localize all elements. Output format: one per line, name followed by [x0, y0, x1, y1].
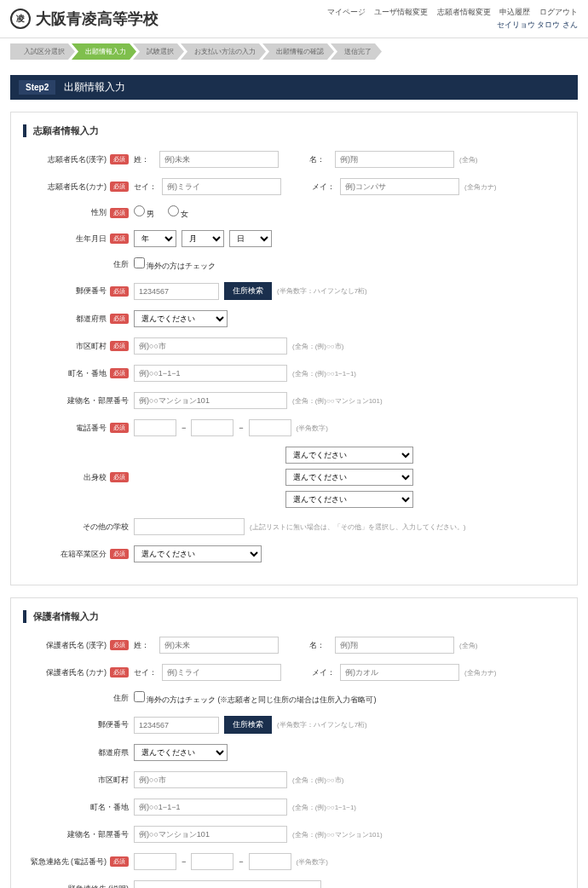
required-badge: 必須	[110, 368, 129, 378]
step-5: 出願情報の確認	[262, 43, 334, 60]
g-sei-input[interactable]	[159, 637, 279, 654]
g-tel2-input[interactable]	[191, 853, 233, 870]
zip-input[interactable]	[134, 283, 219, 300]
other-school-input[interactable]	[134, 518, 245, 535]
town-input[interactable]	[134, 365, 287, 382]
guardian-panel-title: 保護者情報入力	[23, 610, 565, 623]
enrollment-label: 在籍卒業区分	[61, 549, 107, 560]
zip-search-button[interactable]: 住所検索	[224, 282, 272, 300]
g-pref-label: 都道府県	[98, 747, 129, 758]
step-2: 出願情報入力	[72, 43, 136, 60]
required-badge: 必須	[110, 856, 129, 867]
g-building-input[interactable]	[134, 826, 287, 843]
g-name-kana-label: 保護者氏名 (カナ)	[46, 667, 107, 678]
mei-input[interactable]	[335, 151, 454, 168]
guardian-panel: 保護者情報入力 保護者氏名 (漢字)必須 姓： 名： (全角) 保護者氏名 (カ…	[10, 597, 578, 888]
building-label: 建物名・部屋番号	[67, 395, 129, 407]
required-badge: 必須	[110, 472, 129, 482]
gender-male-radio[interactable]	[134, 205, 145, 216]
required-badge: 必須	[110, 234, 129, 244]
other-school-hint: (上記リストに無い場合は、「その他」を選択し、入力してください。)	[250, 522, 465, 532]
other-school-label: その他の学校	[83, 522, 129, 533]
g-overseas-checkbox[interactable]	[134, 691, 145, 702]
step-header: Step2 出願情報入力	[10, 75, 578, 100]
g-pref-select[interactable]: 選んでください	[134, 744, 228, 761]
applicant-panel: 志願者情報入力 志願者氏名(漢字)必須 姓： 名： (全角) 志願者氏名(カナ)…	[10, 112, 578, 585]
zip-hint: (半角数字：ハイフンなし7桁)	[277, 286, 367, 296]
g-addr-label: 住所	[113, 693, 129, 704]
nav-history[interactable]: 申込履歴	[499, 8, 530, 16]
nav-mypage[interactable]: マイページ	[327, 8, 366, 16]
step-progress: 入試区分選択 出願情報入力 試験選択 お支払い方法の入力 出願情報の確認 送信完…	[0, 38, 588, 65]
tel-hint: (半角数字)	[297, 424, 328, 433]
pref-select[interactable]: 選んでください	[134, 310, 228, 327]
applicant-panel-title: 志願者情報入力	[23, 124, 565, 137]
city-input[interactable]	[134, 337, 287, 355]
required-badge: 必須	[110, 549, 129, 559]
tel1-input[interactable]	[134, 419, 176, 436]
sei-input[interactable]	[159, 151, 279, 168]
overseas-checkbox[interactable]	[134, 257, 145, 268]
g-mei-kana-input[interactable]	[340, 664, 459, 681]
g-sei-kana-input[interactable]	[162, 664, 281, 681]
g-desc-label: 緊急連絡先 (説明)	[68, 884, 130, 889]
addr-label: 住所	[113, 259, 129, 270]
name-kanji-label: 志願者氏名(漢字)	[48, 154, 107, 165]
gender-label: 性別	[91, 207, 107, 218]
step-6: 送信完了	[331, 43, 382, 60]
step-title: 出願情報入力	[64, 80, 125, 95]
school-logo-icon: 凌	[10, 9, 31, 29]
required-badge: 必須	[110, 286, 129, 297]
zip-label: 郵便番号	[76, 285, 107, 297]
nav-logout[interactable]: ログアウト	[539, 8, 578, 16]
tel2-input[interactable]	[191, 419, 233, 436]
enrollment-select[interactable]: 選んでください	[134, 545, 262, 562]
mei-kana-input[interactable]	[340, 178, 459, 195]
required-badge: 必須	[110, 208, 129, 218]
school-select-2[interactable]: 選んでください	[285, 469, 413, 486]
birth-label: 生年月日	[76, 234, 107, 245]
g-zip-input[interactable]	[134, 717, 219, 734]
g-tel1-input[interactable]	[134, 853, 176, 870]
birth-day-select[interactable]: 日	[229, 230, 272, 247]
step-number: Step2	[19, 80, 55, 95]
school-name: 大阪青凌高等学校	[36, 9, 159, 29]
kana-hint: (全角カナ)	[464, 182, 496, 192]
g-town-input[interactable]	[134, 799, 287, 816]
g-tel3-input[interactable]	[249, 853, 291, 870]
g-tel-label: 緊急連絡先 (電話番号)	[31, 856, 107, 868]
required-badge: 必須	[110, 154, 129, 164]
city-hint: (全角：(例)○○市)	[292, 342, 343, 351]
g-zip-search-button[interactable]: 住所検索	[224, 716, 272, 734]
school-select-3[interactable]: 選んでください	[285, 491, 413, 508]
step-1: 入試区分選択	[10, 43, 75, 60]
gender-female-radio[interactable]	[168, 205, 179, 216]
g-desc-input[interactable]	[134, 880, 321, 888]
required-badge: 必須	[110, 667, 129, 678]
sei-kana-input[interactable]	[162, 178, 281, 195]
step-4: お支払い方法の入力	[181, 43, 266, 60]
nav-user-edit[interactable]: ユーザ情報変更	[374, 8, 428, 16]
g-name-kanji-label: 保護者氏名 (漢字)	[46, 640, 107, 651]
birth-year-select[interactable]: 年	[134, 230, 176, 247]
town-hint: (全角：(例)○○1−1−1)	[292, 369, 356, 378]
building-hint: (全角：(例)○○マンション101)	[292, 396, 383, 406]
nav-applicant-edit[interactable]: 志願者情報変更	[437, 8, 491, 16]
step-3: 試験選択	[133, 43, 184, 60]
building-input[interactable]	[134, 392, 287, 409]
tel3-input[interactable]	[249, 419, 291, 436]
school-select-1[interactable]: 選んでください	[285, 447, 413, 464]
birth-month-select[interactable]: 月	[182, 230, 224, 247]
school-label: 出身校	[84, 472, 107, 483]
town-label: 町名・番地	[68, 368, 107, 379]
g-mei-input[interactable]	[335, 637, 454, 654]
mei-kana-label: メイ：	[312, 182, 335, 193]
name-hint: (全角)	[459, 155, 477, 164]
pref-label: 都道府県	[76, 314, 107, 325]
required-badge: 必須	[110, 314, 129, 324]
g-zip-label: 郵便番号	[98, 719, 129, 730]
user-name: セイリョウ タロウ さん	[320, 20, 578, 31]
mei-label: 名：	[309, 154, 330, 165]
header: 凌 大阪青凌高等学校 マイページ ユーザ情報変更 志願者情報変更 申込履歴 ログ…	[0, 0, 588, 38]
g-city-input[interactable]	[134, 771, 287, 788]
